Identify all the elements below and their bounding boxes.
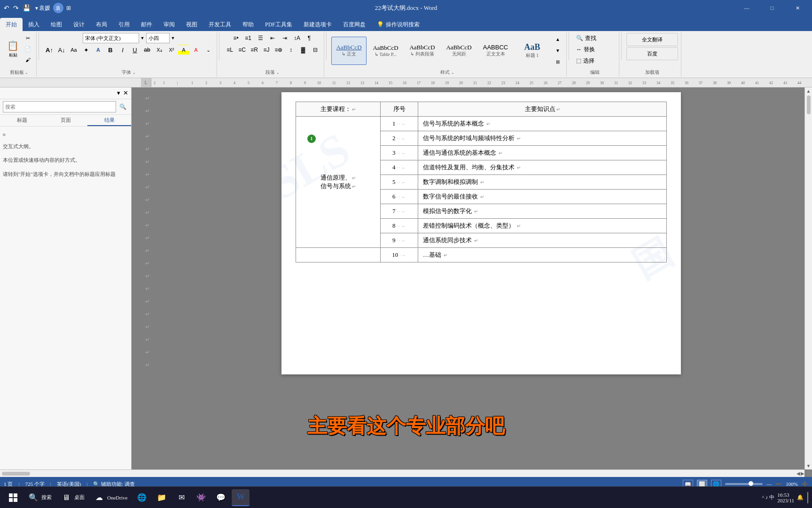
search-input[interactable] <box>3 101 116 112</box>
justify-button[interactable]: ≡J <box>261 45 272 55</box>
style-normal[interactable]: AaBbCcD ↳ 正文 <box>331 37 367 65</box>
zoom-thumb[interactable] <box>749 481 753 486</box>
user-avatar[interactable]: 袁 <box>53 3 63 13</box>
search-button[interactable]: 🔍 <box>117 102 128 112</box>
tab-layout[interactable]: 布局 <box>90 18 113 31</box>
shading-button[interactable]: ▓ <box>297 45 309 55</box>
v-scroll-thumb[interactable] <box>807 95 811 114</box>
style-table[interactable]: AaBbCcD ↳ Table P... <box>368 37 403 65</box>
nav-collapse-icon[interactable]: ▾ <box>117 89 120 97</box>
notification-button[interactable]: 🔔 <box>797 494 804 500</box>
tab-baidu[interactable]: 百度网盘 <box>337 18 371 31</box>
align-center-button[interactable]: ≡C <box>236 45 248 55</box>
styles-scroll-up[interactable]: ▲ <box>552 34 563 45</box>
clear-format-button[interactable]: ✦ <box>80 45 92 55</box>
tab-design[interactable]: 设计 <box>68 18 90 31</box>
nav-tab-pages[interactable]: 页面 <box>44 115 87 126</box>
tab-view[interactable]: 视图 <box>180 18 203 31</box>
style-h1[interactable]: AaB 标题 1 <box>515 37 550 65</box>
font-case-button[interactable]: Aa <box>68 45 79 55</box>
styles-expand[interactable]: ⊞ <box>552 57 563 67</box>
strikethrough-button[interactable]: ab <box>141 45 153 55</box>
baidu-button[interactable]: 百度 <box>626 47 678 60</box>
start-button[interactable] <box>4 489 23 506</box>
find-button[interactable]: 🔍 查找 <box>574 33 616 43</box>
format-painter-button[interactable]: 🖌 <box>22 55 33 65</box>
tab-pdf[interactable]: PDF工具集 <box>259 18 298 31</box>
font-size-dropdown-icon[interactable]: ▼ <box>171 36 175 40</box>
tab-search[interactable]: 💡操作说明搜索 <box>371 18 425 31</box>
maximize-button[interactable]: □ <box>761 0 783 16</box>
tab-draw[interactable]: 绘图 <box>45 18 68 31</box>
shrink-font-button[interactable]: A↓ <box>56 45 67 55</box>
nav-tab-results[interactable]: 结果 <box>87 115 131 126</box>
nav-tab-headings[interactable]: 标题 <box>0 115 44 126</box>
italic-button[interactable]: I <box>117 45 128 55</box>
text-effects-button[interactable]: A <box>93 45 104 55</box>
tab-review[interactable]: 审阅 <box>158 18 180 31</box>
grow-font-button[interactable]: A↑ <box>44 45 55 55</box>
h-scroll-right[interactable]: ▶ <box>801 471 804 476</box>
underline-button[interactable]: U <box>129 45 141 55</box>
font-name-selector[interactable]: 宋体 (中文正文) <box>83 33 139 43</box>
h-scroll-left[interactable]: ◀ <box>796 471 800 476</box>
highlight-button[interactable]: A <box>178 45 189 55</box>
font-color-button[interactable]: A <box>190 45 202 55</box>
copy-button[interactable]: 📄 <box>22 44 33 54</box>
multilevel-button[interactable]: ☰ <box>255 33 266 43</box>
borders-button[interactable]: ⊟ <box>310 45 321 55</box>
vertical-scrollbar[interactable]: ▲ ▼ <box>804 87 812 469</box>
taskbar-mail[interactable]: ✉ <box>172 489 190 506</box>
save-icon[interactable]: 💾 <box>23 4 31 12</box>
document-area[interactable]: ↵ ↵ ↵ ↵ ↵ ↵ ↵ ↵ ↵ ↵ ↵ ↵ ↵ ↵ ↵ ↵ ↵ ↵ ↵ ↵ … <box>132 87 812 477</box>
subscript-button[interactable]: X₂ <box>154 45 165 55</box>
styles-scroll-down[interactable]: ▼ <box>552 46 563 56</box>
zoom-slider[interactable] <box>725 483 763 485</box>
font-name-dropdown-icon[interactable]: ▼ <box>141 36 145 40</box>
select-button[interactable]: ⬚ 选择 <box>574 56 616 66</box>
align-left-button[interactable]: ≡L <box>224 45 235 55</box>
replace-button[interactable]: ↔ 替换 <box>574 44 616 55</box>
style-list[interactable]: AaBbCcD ↳ 列表段落 <box>405 37 440 65</box>
tab-insert[interactable]: 插入 <box>23 18 45 31</box>
layout-icon[interactable]: ⊞ <box>66 5 71 12</box>
horizontal-scrollbar[interactable]: ◀ ▶ <box>132 469 804 477</box>
style-body-text[interactable]: AABBCC 正文文本 <box>478 37 513 65</box>
tab-new[interactable]: 新建选项卡 <box>298 18 337 31</box>
v-scroll-down[interactable]: ▼ <box>806 463 811 468</box>
tab-references[interactable]: 引用 <box>113 18 135 31</box>
paste-button[interactable]: 📋粘贴 <box>5 40 21 58</box>
show-desktop-button[interactable] <box>806 492 808 503</box>
taskbar-search[interactable]: 🔍 搜索 <box>24 489 55 506</box>
taskbar-chat[interactable]: 💬 <box>212 489 230 506</box>
bold-button[interactable]: B <box>105 45 116 55</box>
outdent-button[interactable]: ⇤ <box>267 33 278 43</box>
taskbar-game[interactable]: 👾 <box>192 489 210 506</box>
redo-icon[interactable]: ↷ <box>13 4 19 12</box>
font-settings-button[interactable]: ⌄ <box>203 45 214 55</box>
translate-button[interactable]: 全文翻译 <box>626 33 678 46</box>
numbering-button[interactable]: ≡1 <box>242 33 254 43</box>
tab-help[interactable]: 帮助 <box>237 18 259 31</box>
tab-developer[interactable]: 开发工具 <box>203 18 237 31</box>
minimize-button[interactable]: — <box>736 0 757 16</box>
sort-button[interactable]: ↕A <box>291 33 303 43</box>
tab-mailings[interactable]: 邮件 <box>135 18 158 31</box>
cut-button[interactable]: ✂ <box>22 33 33 43</box>
customize-icon[interactable]: ▼ <box>34 6 39 11</box>
v-scroll-up[interactable]: ▲ <box>806 88 811 94</box>
line-spacing-button[interactable]: ↕ <box>285 45 297 55</box>
font-size-selector[interactable]: 小四 <box>146 33 170 43</box>
close-button[interactable]: ✕ <box>787 0 808 16</box>
nav-close-icon[interactable]: ✕ <box>123 89 128 97</box>
taskbar-desktop[interactable]: 🖥 桌面 <box>57 489 88 506</box>
align-right-button[interactable]: ≡R <box>249 45 260 55</box>
show-para-button[interactable]: ¶ <box>304 33 315 43</box>
superscript-button[interactable]: X² <box>166 45 177 55</box>
justify-cn-button[interactable]: ≡⊕ <box>273 45 284 55</box>
bullets-button[interactable]: ≡• <box>230 33 242 43</box>
tab-home[interactable]: 开始 <box>0 18 23 31</box>
taskbar-explorer[interactable]: 📁 <box>153 489 171 506</box>
taskbar-edge[interactable]: 🌐 <box>133 489 151 506</box>
indent-button[interactable]: ⇥ <box>279 33 290 43</box>
